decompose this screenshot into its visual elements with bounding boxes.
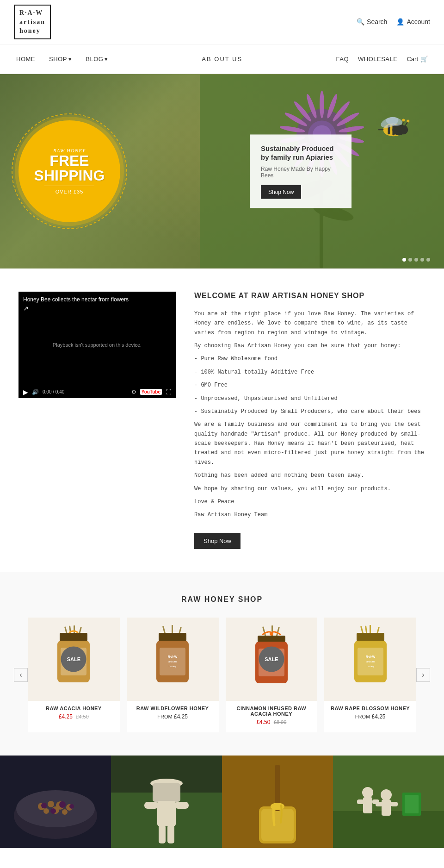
nav-about[interactable]: AB OUT US <box>199 44 245 74</box>
svg-point-79 <box>48 801 54 807</box>
product-card[interactable]: R·A·W artisan honey RAW WILDFLOWER HONEY… <box>127 618 219 732</box>
welcome-title: WELCOME AT RAW ARTISAN HONEY SHOP <box>194 292 426 300</box>
top-bar: R·A·W artisan honey 🔍 Search 👤 Account H… <box>0 0 444 74</box>
svg-point-88 <box>69 804 74 809</box>
sale-badge-1: SALE <box>61 646 86 672</box>
search-icon: 🔍 <box>357 18 364 25</box>
account-link[interactable]: 👤 Account <box>396 18 430 25</box>
svg-point-5 <box>320 90 324 118</box>
nav-shop[interactable]: SHOP ▾ <box>47 50 74 68</box>
svg-rect-113 <box>382 799 391 816</box>
feature-3: - GMO Free <box>194 381 426 390</box>
product-name-2: RAW WILDFLOWER HONEY <box>127 701 219 713</box>
svg-point-82 <box>43 808 49 814</box>
products-grid: R·A·W artisan honey SALE RAW ACACIA HONE… <box>28 618 416 732</box>
photo-beekeepers-field <box>333 756 444 848</box>
hero-section: RAW HONEY FREE SHIPPING OVER £35 Sustain… <box>0 74 444 269</box>
photo-beekeeper <box>111 756 222 848</box>
product-card[interactable]: R·A·W artisan honey SALE CINNAMON INFUSE… <box>226 618 318 732</box>
account-icon: 👤 <box>396 18 404 25</box>
video-container: Honey Bee collects the nectar from flowe… <box>18 292 176 398</box>
product-card[interactable]: R·A·W artisan honey RAW RAPE BLOSSOM HON… <box>324 618 416 732</box>
cart-link[interactable]: Cart 🛒 <box>404 50 430 68</box>
product-image-3: R·A·W artisan honey SALE <box>226 618 318 701</box>
nav-left: HOME SHOP ▾ BLOG ▾ <box>14 50 111 68</box>
svg-rect-110 <box>357 799 364 804</box>
svg-point-112 <box>381 789 392 800</box>
hero-circle: RAW HONEY FREE SHIPPING OVER £35 <box>18 120 120 222</box>
feature-2: - 100% Natural totally Additive Free <box>194 368 426 377</box>
product-price-1: £4.25 £4.50 <box>28 713 120 720</box>
main-nav: HOME SHOP ▾ BLOG ▾ AB OUT US FAQ WHOLESA… <box>0 44 444 74</box>
products-section: RAW HONEY SHOP ‹ <box>0 572 444 756</box>
hero-textbox: Sustainably Produced by family run Apiar… <box>250 134 352 208</box>
welcome-body-1: You are at the right place if you love R… <box>194 309 426 337</box>
svg-rect-40 <box>60 633 87 641</box>
svg-rect-105 <box>333 811 444 848</box>
welcome-body-2: By choosing Raw Artisan Honey you can be… <box>194 341 426 350</box>
dot-3[interactable] <box>414 258 418 262</box>
dot-4[interactable] <box>420 258 424 262</box>
site-logo[interactable]: R·A·W artisan honey <box>14 5 51 39</box>
chevron-down-icon: ▾ <box>105 56 108 62</box>
fullscreen-button[interactable]: ⛶ <box>166 389 171 395</box>
volume-button[interactable]: 🔊 <box>32 389 39 395</box>
svg-rect-94 <box>157 801 176 826</box>
products-title: RAW HONEY SHOP <box>14 595 430 604</box>
product-price-4: FROM £4.25 <box>324 713 416 720</box>
video-controls: ▶ 🔊 0:00 / 0:40 ⚙ YouTube ⛶ <box>18 386 176 398</box>
search-link[interactable]: 🔍 Search <box>357 18 387 25</box>
play-button[interactable]: ▶ <box>23 388 28 396</box>
dot-5[interactable] <box>426 258 430 262</box>
sale-badge-3: SALE <box>259 646 284 672</box>
hero-shop-button[interactable]: Shop Now <box>261 185 301 199</box>
photo-grid <box>0 756 444 848</box>
product-image-4: R·A·W artisan honey <box>324 618 416 701</box>
svg-point-84 <box>62 809 68 815</box>
svg-rect-107 <box>405 795 419 813</box>
svg-text:artisan: artisan <box>366 660 375 663</box>
svg-rect-95 <box>144 802 158 809</box>
welcome-section: Honey Bee collects the nectar from flowe… <box>0 269 444 572</box>
nav-blog[interactable]: BLOG ▾ <box>83 50 111 68</box>
top-actions: 🔍 Search 👤 Account <box>357 18 430 25</box>
svg-rect-49 <box>159 633 186 641</box>
welcome-body-7: Raw Artisan Honey Team <box>194 510 426 519</box>
svg-point-86 <box>59 801 66 808</box>
product-name-4: RAW RAPE BLOSSOM HONEY <box>324 701 416 713</box>
circle-dashes <box>12 113 127 229</box>
product-image-1: R·A·W artisan honey SALE <box>28 618 120 701</box>
nav-home[interactable]: HOME <box>14 50 37 68</box>
product-name-3: CINNAMON INFUSED RAW ACACIA HONEY <box>226 701 318 719</box>
carousel-dots <box>402 258 430 262</box>
product-card[interactable]: R·A·W artisan honey SALE RAW ACACIA HONE… <box>28 618 120 732</box>
products-carousel: ‹ <box>14 618 430 732</box>
svg-rect-101 <box>261 809 294 841</box>
next-arrow[interactable]: › <box>416 668 430 682</box>
nav-wholesale[interactable]: WHOLESALE <box>356 50 400 68</box>
settings-button[interactable]: ⚙ <box>131 389 136 395</box>
dot-1[interactable] <box>402 258 406 262</box>
video-time: 0:00 / 0:40 <box>43 389 64 394</box>
svg-point-31 <box>399 125 408 134</box>
photo-honey-drip <box>222 756 333 848</box>
svg-rect-109 <box>363 797 372 813</box>
svg-rect-69 <box>357 633 384 641</box>
video-title: Honey Bee collects the nectar from flowe… <box>23 296 129 303</box>
dot-2[interactable] <box>408 258 412 262</box>
cart-icon: 🛒 <box>420 56 428 62</box>
svg-point-87 <box>50 808 56 814</box>
feature-1: - Pure Raw Wholesome food <box>194 354 426 363</box>
welcome-shop-button[interactable]: Shop Now <box>194 533 240 549</box>
product-name-1: RAW ACACIA HONEY <box>28 701 120 713</box>
prev-arrow[interactable]: ‹ <box>14 668 28 682</box>
svg-point-34 <box>407 119 409 122</box>
hero-subtext: Raw Honey Made By Happy Bees <box>261 165 340 178</box>
svg-point-58 <box>270 632 273 636</box>
svg-point-108 <box>362 787 373 798</box>
nav-faq[interactable]: FAQ <box>334 50 352 68</box>
svg-text:R·A·W: R·A·W <box>168 655 178 658</box>
svg-rect-59 <box>258 636 285 642</box>
welcome-text: WELCOME AT RAW ARTISAN HONEY SHOP You ar… <box>194 292 426 549</box>
svg-rect-115 <box>391 802 398 806</box>
